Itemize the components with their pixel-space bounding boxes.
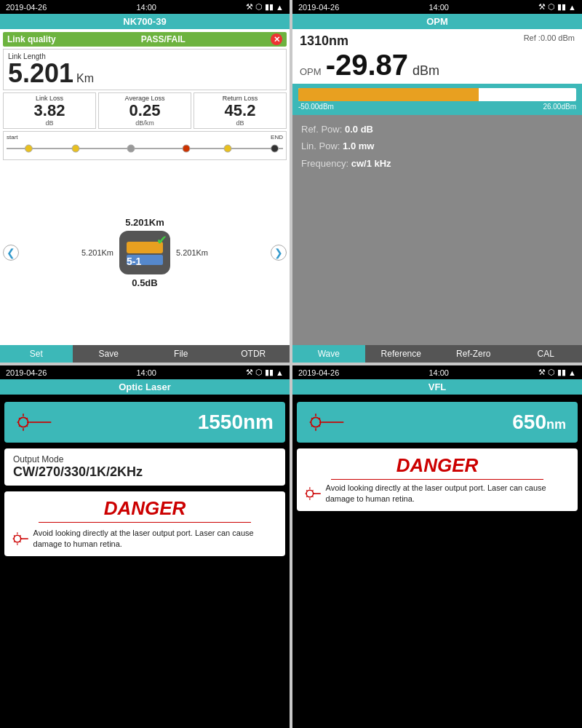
svg-point-6 — [271, 145, 279, 152]
title-bar-1: NK700-39 — [0, 14, 290, 29]
ref-pow-value: 0.0 dB — [345, 124, 373, 135]
laser-icon-danger-3 — [12, 528, 29, 550]
signal-icon: ▲ — [276, 3, 284, 12]
fiber-km-top: 5.201Km — [125, 217, 164, 228]
opm-ref: Ref :0.00 dBm — [524, 33, 575, 42]
tab-otdr[interactable]: OTDR — [218, 345, 290, 363]
laser-content: 1550nm Output Mode CW/270/330/1K/2KHz DA… — [0, 395, 290, 728]
trace-labels: start END — [7, 134, 283, 141]
vfl-content: 650nm DANGER Avoid looking — [292, 395, 582, 728]
vfl-wavelength-num: 650 — [512, 411, 546, 433]
opm-bottom-tabs: Wave Reference Ref-Zero CAL — [292, 345, 582, 363]
opm-value: -29.87 — [326, 50, 408, 79]
link-length-value: 5.201 — [8, 60, 73, 87]
link-quality-value: PASS/FAIL — [141, 34, 186, 44]
link-loss-value: 3.82 — [7, 102, 92, 119]
fork-icon-3: ⚒ — [246, 368, 253, 377]
laser-output-box: Output Mode CW/270/330/1K/2KHz — [4, 448, 285, 486]
status-time-1: 14:00 — [136, 3, 156, 12]
return-loss-unit: dB — [197, 119, 283, 127]
svg-point-1 — [25, 145, 32, 152]
opm-gauge-labels: -50.00dBm 26.00dBm — [298, 103, 576, 111]
svg-line-36 — [311, 425, 313, 427]
svg-line-43 — [306, 490, 308, 491]
battery-icon: ▮▮ — [265, 2, 274, 12]
tab-file[interactable]: File — [145, 345, 218, 363]
freq-value: cw/1 kHz — [351, 158, 391, 169]
svg-line-14 — [26, 425, 28, 427]
svg-point-3 — [127, 145, 135, 152]
vfl-danger-content: Avoid looking directly at the laser outp… — [304, 483, 570, 505]
laser-wavelength: 1550nm — [198, 411, 274, 434]
nav-arrow-left[interactable]: ❮ — [3, 245, 19, 261]
gauge-min: -50.00dBm — [298, 103, 334, 111]
svg-point-5 — [224, 145, 231, 152]
svg-line-23 — [14, 535, 15, 537]
fiber-right-km: 5.201Km — [176, 248, 208, 257]
usb-icon: ⬡ — [255, 2, 263, 12]
battery-icon-3: ▮▮ — [265, 368, 274, 377]
screen-optic-laser: 2019-04-26 14:00 ⚒ ⬡ ▮▮ ▲ Optic Laser — [0, 365, 290, 728]
svg-line-13 — [19, 418, 20, 419]
svg-line-34 — [319, 425, 320, 427]
vfl-wavelength-display: 650nm — [512, 411, 566, 434]
status-bar-2: 2019-04-26 14:00 ⚒ ⬡ ▮▮ ▲ — [292, 0, 582, 14]
bottom-tabs-1: Set Save File OTDR — [0, 345, 290, 363]
opm-unit: dBm — [412, 63, 439, 79]
avg-loss-box: Average Loss 0.25 dB/km — [98, 92, 191, 129]
freq-row: Frequency: cw/1 kHz — [301, 155, 573, 172]
status-time-4: 14:00 — [428, 368, 449, 377]
screen-otdr: 2019-04-26 14:00 ⚒ ⬡ ▮▮ ▲ NK700-39 Link … — [0, 0, 290, 363]
status-bar-4: 2019-04-26 14:00 ⚒ ⬡ ▮▮ ▲ — [292, 365, 582, 379]
tab-reference[interactable]: Reference — [365, 345, 438, 363]
screen-vfl: 2019-04-26 14:00 ⚒ ⬡ ▮▮ ▲ VFL — [292, 365, 582, 728]
fork-icon-4: ⚒ — [538, 368, 546, 377]
opm-gauge-fill — [298, 88, 479, 101]
opm-wavelength: 1310nm — [300, 33, 348, 49]
title-bar-4: VFL — [292, 379, 582, 395]
opm-details: Ref. Pow: 0.0 dB Lin. Pow: 1.0 mw Freque… — [292, 115, 582, 345]
status-date-3: 2019-04-26 — [6, 368, 47, 377]
trace-svg — [7, 141, 283, 157]
laser-icon-danger-4 — [304, 483, 322, 505]
tab-wave[interactable]: Wave — [292, 345, 365, 363]
signal-icon-4: ▲ — [568, 368, 576, 377]
status-date-2: 2019-04-26 — [298, 3, 339, 12]
title-bar-2: OPM — [292, 14, 582, 29]
status-icons-1: ⚒ ⬡ ▮▮ ▲ — [246, 2, 284, 12]
tab-set[interactable]: Set — [0, 345, 73, 363]
lin-pow-label: Lin. Pow: — [301, 141, 340, 151]
opm-header-row: 1310nm Ref :0.00 dBm — [300, 33, 575, 49]
ref-pow-label: Ref. Pow: — [301, 124, 342, 135]
fork-icon-2: ⚒ — [538, 2, 546, 12]
return-loss-value: 45.2 — [197, 102, 283, 119]
ref-pow-row: Ref. Pow: 0.0 dB — [301, 121, 573, 138]
svg-line-16 — [19, 425, 20, 427]
close-button[interactable]: ✕ — [271, 33, 282, 45]
tab-cal[interactable]: CAL — [510, 345, 583, 363]
svg-line-35 — [319, 418, 320, 419]
tab-save[interactable]: Save — [73, 345, 146, 363]
svg-line-25 — [20, 535, 21, 537]
signal-icon-3: ▲ — [276, 368, 284, 377]
gauge-max: 26.00dBm — [543, 103, 576, 111]
svg-line-45 — [312, 490, 314, 491]
link-length-unit: Km — [76, 72, 94, 85]
vfl-danger-box: DANGER Avoid looking directly at the las… — [297, 448, 578, 511]
link-loss-unit: dB — [7, 119, 92, 127]
danger-line-3 — [39, 522, 252, 523]
danger-content-3: Avoid looking directly at the laser outp… — [12, 528, 278, 550]
nav-arrow-right[interactable]: ❯ — [271, 245, 287, 261]
fiber-loss-bottom: 0.5dB — [132, 277, 157, 288]
laser-wavelength-box: 1550nm — [4, 402, 285, 443]
link-quality-label: Link quality — [7, 34, 56, 44]
status-time-3: 14:00 — [136, 368, 156, 377]
usb-icon-4: ⬡ — [548, 368, 555, 377]
tab-ref-zero[interactable]: Ref-Zero — [437, 345, 510, 363]
status-date-4: 2019-04-26 — [298, 368, 339, 377]
opm-gauge-bar — [298, 88, 576, 101]
battery-icon-2: ▮▮ — [557, 2, 566, 12]
usb-icon-2: ⬡ — [548, 2, 555, 12]
screen-opm: 2019-04-26 14:00 ⚒ ⬡ ▮▮ ▲ OPM 1310nm Ref… — [292, 0, 582, 363]
svg-line-46 — [306, 496, 308, 497]
